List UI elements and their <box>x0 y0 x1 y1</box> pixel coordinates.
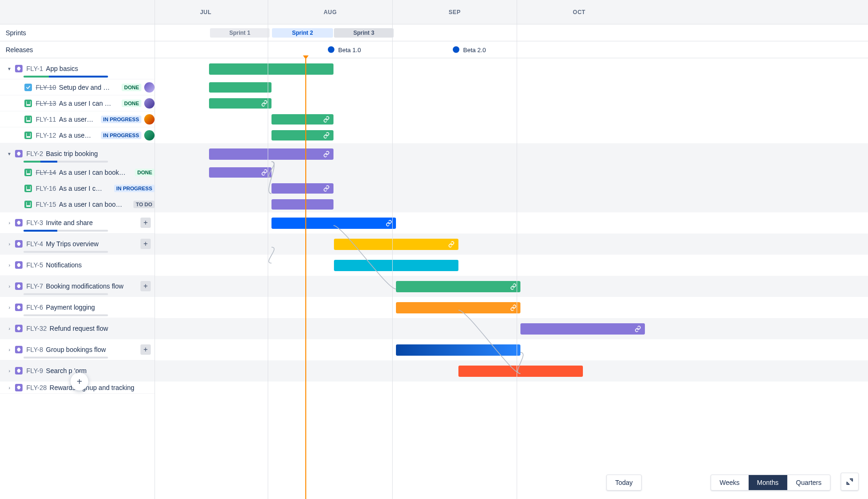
story-icon <box>24 132 32 139</box>
today-button[interactable]: Today <box>606 475 642 491</box>
issue-key[interactable]: FLY-11 <box>36 116 56 123</box>
issue-row-FLY-2[interactable]: ▾FLY-2Basic trip booking <box>0 143 155 164</box>
issue-key[interactable]: FLY-10 <box>36 84 56 91</box>
expand-toggle[interactable]: › <box>6 325 13 332</box>
sprints-row-label: Sprints <box>0 24 155 41</box>
issue-key[interactable]: FLY-13 <box>36 100 56 107</box>
gantt-bar-FLY-3[interactable] <box>271 218 396 229</box>
add-child-button[interactable]: + <box>140 218 151 228</box>
expand-toggle[interactable]: › <box>6 346 13 353</box>
issue-key[interactable]: FLY-4 <box>26 240 43 248</box>
sprint-pill-2[interactable]: Sprint 2 <box>272 28 333 38</box>
issue-summary: As a user… <box>59 116 98 123</box>
fullscreen-toggle-button[interactable] <box>841 473 859 491</box>
timeline-row <box>155 339 868 360</box>
issue-summary: As a user I c… <box>59 185 111 192</box>
zoom-weeks-button[interactable]: Weeks <box>711 475 748 490</box>
issue-row-FLY-15[interactable]: FLY-15As a user I can boo…TO DO <box>0 196 155 212</box>
expand-toggle[interactable]: ▾ <box>6 65 13 72</box>
epic-icon <box>15 219 23 226</box>
progress-bar <box>23 251 108 253</box>
add-child-button[interactable]: + <box>140 239 151 249</box>
issue-row-FLY-4[interactable]: ›FLY-4My Trips overview+ <box>0 234 155 255</box>
expand-toggle[interactable]: › <box>6 240 13 248</box>
expand-toggle[interactable]: › <box>6 261 13 269</box>
gantt-bar-FLY-7[interactable] <box>396 281 520 292</box>
gantt-bar-FLY-6[interactable] <box>396 302 520 313</box>
story-icon <box>24 100 32 107</box>
gantt-bar-FLY-4[interactable] <box>334 239 458 250</box>
sprint-pill-3[interactable]: Sprint 3 <box>334 28 394 38</box>
issue-key[interactable]: FLY-2 <box>26 150 43 157</box>
issue-key[interactable]: FLY-5 <box>26 261 43 269</box>
gantt-bar-FLY-11[interactable] <box>271 114 333 125</box>
gantt-bar-FLY-32[interactable] <box>520 323 645 335</box>
issue-key[interactable]: FLY-28 <box>26 384 47 391</box>
gantt-bar-FLY-15[interactable] <box>271 199 333 210</box>
issue-row-FLY-8[interactable]: ›FLY-8Group bookings flow+ <box>0 339 155 360</box>
gantt-bar-FLY-12[interactable] <box>271 130 333 140</box>
issue-key[interactable]: FLY-3 <box>26 219 43 226</box>
assignee-avatar[interactable] <box>144 114 155 125</box>
expand-toggle[interactable]: › <box>6 304 13 311</box>
assignee-avatar[interactable] <box>144 98 155 109</box>
issue-key[interactable]: FLY-8 <box>26 346 43 353</box>
issue-key[interactable]: FLY-32 <box>26 325 47 332</box>
add-child-button[interactable]: + <box>140 344 151 355</box>
story-icon <box>24 201 32 208</box>
issue-row-FLY-32[interactable]: ›FLY-32Refund request flow <box>0 318 155 339</box>
gantt-bar-FLY-5[interactable] <box>334 260 458 271</box>
issue-key[interactable]: FLY-16 <box>36 185 56 192</box>
issue-row-FLY-5[interactable]: ›FLY-5Notifications <box>0 255 155 276</box>
issue-row-FLY-16[interactable]: FLY-16As a user I c…IN PROGRESS <box>0 180 155 196</box>
timeline-releases-row: Beta 1.0Beta 2.0 <box>155 41 868 58</box>
sprint-pill-1[interactable]: Sprint 1 <box>210 28 270 38</box>
expand-toggle[interactable]: ▾ <box>6 150 13 157</box>
issue-key[interactable]: FLY-14 <box>36 169 56 176</box>
gantt-bar-FLY-8[interactable] <box>396 344 520 356</box>
zoom-quarters-button[interactable]: Quarters <box>787 475 830 490</box>
issue-row-FLY-12[interactable]: FLY-12As a use…IN PROGRESS <box>0 127 155 143</box>
expand-toggle[interactable]: › <box>6 282 13 290</box>
issue-row-FLY-11[interactable]: FLY-11As a user…IN PROGRESS <box>0 111 155 127</box>
issue-summary: As a use… <box>59 132 98 139</box>
expand-toggle[interactable]: › <box>6 367 13 374</box>
month-col-oct: OCT <box>517 0 641 24</box>
create-issue-fab[interactable]: + <box>70 373 88 390</box>
gantt-bar-FLY-13[interactable] <box>209 98 271 109</box>
gantt-bar-FLY-1[interactable] <box>209 63 333 75</box>
issue-summary: Refund request flow <box>50 325 155 332</box>
assignee-avatar[interactable] <box>144 82 155 93</box>
gantt-bar-FLY-2[interactable] <box>209 148 333 160</box>
status-badge: DONE <box>135 169 155 176</box>
issue-key[interactable]: FLY-12 <box>36 132 56 139</box>
gantt-bar-FLY-16[interactable] <box>271 183 333 194</box>
issue-key[interactable]: FLY-15 <box>36 201 56 208</box>
zoom-months-button[interactable]: Months <box>748 475 787 490</box>
issue-row-FLY-10[interactable]: FLY-10Setup dev and …DONE <box>0 79 155 95</box>
expand-toggle[interactable]: › <box>6 219 13 226</box>
issue-key[interactable]: FLY-7 <box>26 282 43 290</box>
gantt-bar-FLY-9[interactable] <box>458 366 583 377</box>
issue-row-FLY-7[interactable]: ›FLY-7Booking modifications flow+ <box>0 276 155 297</box>
gantt-bar-FLY-10[interactable] <box>209 82 271 93</box>
gantt-bar-FLY-14[interactable] <box>209 167 271 178</box>
issue-row-FLY-1[interactable]: ▾FLY-1App basics <box>0 58 155 79</box>
issue-row-FLY-6[interactable]: ›FLY-6Payment logging <box>0 297 155 318</box>
issue-key[interactable]: FLY-9 <box>26 367 43 374</box>
issue-key[interactable]: FLY-1 <box>26 65 43 72</box>
assignee-avatar[interactable] <box>144 130 155 140</box>
issue-row-FLY-3[interactable]: ›FLY-3Invite and share+ <box>0 212 155 234</box>
status-badge: DONE <box>122 84 141 91</box>
timeline-row <box>155 234 868 255</box>
epic-icon <box>15 65 23 72</box>
release-marker-2[interactable]: Beta 2.0 <box>453 46 486 53</box>
release-marker-1[interactable]: Beta 1.0 <box>328 46 361 53</box>
add-child-button[interactable]: + <box>140 281 151 291</box>
issue-row-FLY-14[interactable]: FLY-14As a user I can book…DONE <box>0 164 155 180</box>
expand-toggle[interactable]: › <box>6 384 13 391</box>
progress-bar <box>23 293 108 295</box>
issue-row-FLY-13[interactable]: FLY-13As a user I can …DONE <box>0 95 155 111</box>
issue-key[interactable]: FLY-6 <box>26 304 43 311</box>
status-badge: IN PROGRESS <box>101 132 141 139</box>
